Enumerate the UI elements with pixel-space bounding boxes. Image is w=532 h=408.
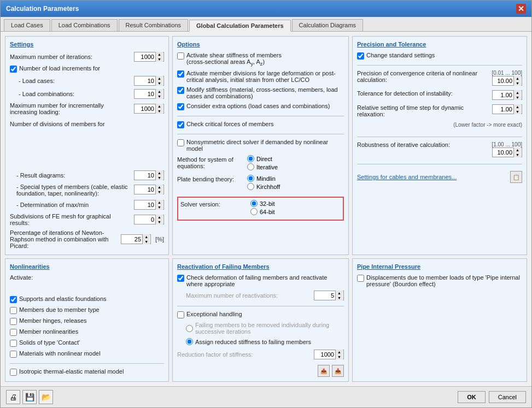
solver-64-radio[interactable] <box>250 208 258 215</box>
tab-global-calc[interactable]: Global Calculation Parameters <box>189 20 291 32</box>
react-icon-btn2[interactable]: 📥 <box>332 365 344 377</box>
convergence-input[interactable] <box>493 76 513 85</box>
tab-load-cases[interactable]: Load Cases <box>4 19 50 31</box>
percentage-up[interactable]: ▲ <box>143 234 150 239</box>
max-incrementally-input[interactable] <box>135 104 155 113</box>
ok-button[interactable]: OK <box>458 391 486 403</box>
tab-result-combinations[interactable]: Result Combinations <box>119 19 189 31</box>
percentage-input[interactable] <box>121 235 142 244</box>
result-diagrams-input[interactable] <box>135 171 155 180</box>
reduction-input[interactable] <box>314 350 335 359</box>
check-critical-checkbox[interactable] <box>177 121 184 128</box>
relative-spinbox[interactable]: ▲ ▼ <box>492 104 522 114</box>
relative-up[interactable]: ▲ <box>514 104 521 109</box>
assign-reduced-radio[interactable] <box>186 338 193 345</box>
reduction-spinbox[interactable]: ▲ ▼ <box>314 350 344 359</box>
max-incrementally-down[interactable]: ▼ <box>156 109 163 114</box>
relative-down[interactable]: ▼ <box>514 109 521 114</box>
method-iterative-radio[interactable] <box>247 163 254 170</box>
max-iterations-spinbox[interactable]: ▲ ▼ <box>134 52 164 62</box>
special-types-up[interactable]: ▲ <box>156 185 163 190</box>
robustness-up[interactable]: ▲ <box>514 147 521 152</box>
result-diagrams-up[interactable]: ▲ <box>156 170 163 175</box>
max-reactivations-down[interactable]: ▼ <box>336 295 343 300</box>
check-deform-checkbox[interactable] <box>177 275 184 282</box>
max-incrementally-up[interactable]: ▲ <box>156 104 163 109</box>
det-maxmin-spinbox[interactable]: ▲ ▼ <box>134 200 164 210</box>
exceptional-checkbox[interactable] <box>177 311 184 318</box>
load-cases-down[interactable]: ▼ <box>156 81 163 86</box>
robustness-input[interactable] <box>493 148 513 157</box>
percentage-down[interactable]: ▼ <box>143 239 150 244</box>
det-maxmin-up[interactable]: ▲ <box>156 200 163 205</box>
shear-stiffness-checkbox[interactable] <box>177 52 184 60</box>
tolerance-spinbox[interactable]: ▲ ▼ <box>492 90 522 100</box>
det-maxmin-down[interactable]: ▼ <box>156 205 163 210</box>
cancel-button[interactable]: Cancel <box>489 391 526 403</box>
footer-icon-1[interactable]: 🖨 <box>6 390 20 404</box>
nonsymmetric-checkbox[interactable] <box>177 139 184 146</box>
load-cases-input[interactable] <box>135 76 155 85</box>
footer-icon-3[interactable]: 📂 <box>39 390 53 404</box>
subdivisions-input[interactable] <box>135 215 155 224</box>
tolerance-input[interactable] <box>493 91 513 99</box>
tolerance-down[interactable]: ▼ <box>514 95 521 100</box>
percentage-spinbox[interactable]: ▲ ▼ <box>121 234 151 244</box>
load-cases-spinbox[interactable]: ▲ ▼ <box>134 76 164 86</box>
tolerance-up[interactable]: ▲ <box>514 90 521 95</box>
max-iterations-input[interactable] <box>135 52 155 61</box>
result-diagrams-down[interactable]: ▼ <box>156 175 163 180</box>
member-hinges-checkbox[interactable] <box>10 318 17 325</box>
load-increments-checkbox[interactable] <box>10 66 17 73</box>
load-combos-down[interactable]: ▼ <box>156 94 163 99</box>
supports-checkbox[interactable] <box>10 296 17 303</box>
consider-extra-checkbox[interactable] <box>177 103 184 110</box>
member-divisions-checkbox[interactable] <box>177 70 184 78</box>
max-reactivations-up[interactable]: ▲ <box>336 291 343 295</box>
convergence-spinbox[interactable]: ▲ ▼ <box>492 76 522 86</box>
subdivisions-spinbox[interactable]: ▲ ▼ <box>134 215 164 224</box>
max-reactivations-input[interactable] <box>314 291 335 300</box>
special-types-spinbox[interactable]: ▲ ▼ <box>134 185 164 194</box>
subdivisions-down[interactable]: ▼ <box>156 220 163 224</box>
displacements-checkbox[interactable] <box>357 275 364 282</box>
convergence-up[interactable]: ▲ <box>514 76 521 81</box>
max-incrementally-spinbox[interactable]: ▲ ▼ <box>134 104 164 114</box>
modify-stiffness-checkbox[interactable] <box>177 87 184 94</box>
convergence-down[interactable]: ▼ <box>514 81 521 86</box>
load-cases-up[interactable]: ▲ <box>156 76 163 81</box>
robustness-down[interactable]: ▼ <box>514 152 521 157</box>
materials-checkbox[interactable] <box>10 351 17 358</box>
method-direct-radio[interactable] <box>247 155 254 162</box>
max-iterations-down[interactable]: ▼ <box>156 57 163 62</box>
solver-32-radio[interactable] <box>250 200 258 207</box>
cables-link[interactable]: Settings for cables and membranes... <box>357 174 457 180</box>
result-diagrams-spinbox[interactable]: ▲ ▼ <box>134 170 164 180</box>
react-icon-btn1[interactable]: 📤 <box>318 365 330 377</box>
failing-remove-radio[interactable] <box>186 325 193 332</box>
isotropic-checkbox[interactable] <box>10 369 17 376</box>
reduction-down[interactable]: ▼ <box>336 354 343 359</box>
tab-calc-diagrams[interactable]: Calculation Diagrams <box>292 19 364 31</box>
reduction-up[interactable]: ▲ <box>336 350 343 354</box>
load-combos-input[interactable] <box>135 90 155 98</box>
member-nonlinear-checkbox[interactable] <box>10 329 17 336</box>
close-button[interactable]: ✕ <box>516 4 526 14</box>
robustness-spinbox[interactable]: ▲ ▼ <box>492 147 522 157</box>
det-maxmin-input[interactable] <box>135 200 155 209</box>
relative-input[interactable] <box>493 105 513 114</box>
load-combos-up[interactable]: ▲ <box>156 89 163 94</box>
footer-icon-2[interactable]: 💾 <box>22 390 37 404</box>
max-iterations-up[interactable]: ▲ <box>156 52 163 57</box>
special-types-input[interactable] <box>135 185 155 194</box>
members-type-checkbox[interactable] <box>10 307 17 314</box>
special-types-down[interactable]: ▼ <box>156 190 163 194</box>
max-reactivations-spinbox[interactable]: ▲ ▼ <box>314 291 344 300</box>
solids-checkbox[interactable] <box>10 340 17 347</box>
subdivisions-up[interactable]: ▲ <box>156 215 163 220</box>
plate-kirchhoff-radio[interactable] <box>247 183 254 190</box>
cables-icon-btn[interactable]: 📋 <box>510 171 522 183</box>
load-combos-spinbox[interactable]: ▲ ▼ <box>134 89 164 99</box>
tab-load-combinations[interactable]: Load Combinations <box>51 19 118 31</box>
change-standard-checkbox[interactable] <box>357 52 364 60</box>
